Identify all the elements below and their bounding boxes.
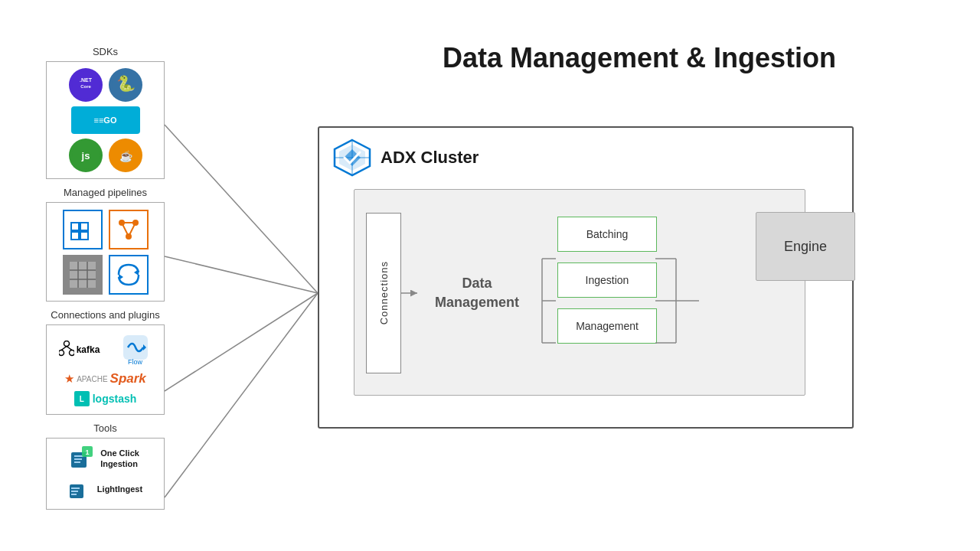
dm-text: Data Management [435,274,519,312]
one-click-tool: 1 One ClickIngestion [71,446,139,471]
svg-line-45 [165,293,318,391]
pipeline-icon-2 [109,210,149,249]
svg-text:🐍: 🐍 [116,74,135,93]
spark-row: ★ APACHE Spark [64,371,146,386]
one-click-text: One ClickIngestion [100,448,139,470]
svg-rect-40 [71,487,80,489]
svg-rect-36 [74,461,80,463]
ingestion-box: Ingestion [557,262,657,298]
connections-vertical-text: Connections [378,261,390,324]
flow-icon: Flow [113,333,158,367]
svg-line-43 [165,125,318,293]
svg-rect-11 [71,232,79,240]
svg-line-44 [165,256,318,293]
pipeline-row-1 [63,210,149,249]
sdks-label: SDKs [93,46,118,57]
svg-point-26 [64,341,69,347]
left-column: SDKs .NET Core 🐍 [46,46,165,517]
svg-rect-9 [71,223,79,230]
svg-line-30 [67,347,72,350]
svg-rect-10 [80,223,88,230]
svg-text:js: js [80,150,90,161]
svg-text:1: 1 [86,448,90,456]
svg-rect-12 [80,232,88,240]
management-box: Management [557,308,657,344]
sdks-box: .NET Core 🐍 ≡≡GO [46,61,165,179]
kafka-icon: kafka [53,333,106,367]
svg-marker-24 [134,269,139,276]
engine-box: Engine [756,212,855,281]
sdk-row-1: .NET Core 🐍 [69,68,142,102]
svg-text:Core: Core [80,84,91,89]
svg-rect-35 [74,458,82,460]
one-click-icon: 1 [71,446,96,471]
logstash-text: logstash [93,393,137,405]
page-title: Data Management & Ingestion [329,42,949,74]
logstash-icon-box: L [74,391,90,406]
connections-plugins-box: kafka Flow ★ APACHE Spark [46,324,165,415]
svg-line-29 [61,347,67,350]
connections-group: Connections and plugins kafka [46,309,165,415]
svg-line-18 [129,223,136,236]
managed-pipelines-label: Managed pipelines [64,187,147,198]
process-boxes: Batching Ingestion Management [557,217,657,344]
svg-line-46 [165,293,318,497]
adx-logo [333,139,371,177]
svg-text:☕: ☕ [119,150,132,163]
tools-label: Tools [93,422,116,434]
logstash-row: L logstash [74,391,137,406]
adx-header: ADX Cluster [319,128,852,183]
dm-label-area: Data Management [412,213,542,373]
dotnet-icon: .NET Core [69,68,103,102]
managed-pipelines-box [46,202,165,302]
sdk-row-go: ≡≡GO [71,106,140,134]
svg-point-28 [69,350,74,356]
go-icon: ≡≡GO [71,106,140,134]
tools-box: 1 One ClickIngestion LightIngest [46,438,165,510]
svg-point-27 [59,350,64,356]
pipeline-row-2 [63,255,149,295]
pipeline-icon-3 [63,255,103,295]
batching-box: Batching [557,217,657,252]
lightingest-tool: LightIngest [68,477,142,501]
lightingest-text: LightIngest [97,484,142,494]
svg-rect-42 [71,494,77,495]
svg-rect-19 [70,262,96,288]
pipeline-icon-4 [109,255,149,295]
managed-pipelines-group: Managed pipelines [46,187,165,302]
nodejs-icon: js [69,139,103,172]
lightingest-icon [68,477,93,501]
java-icon: ☕ [109,139,142,172]
data-management-inner-box: Connections Data Management Batching Ing… [354,189,805,396]
python-icon: 🐍 [109,68,142,102]
adx-title: ADX Cluster [381,148,479,168]
svg-rect-41 [71,491,78,492]
svg-text:.NET: .NET [80,77,93,83]
svg-marker-25 [119,274,123,280]
connections-label: Connections and plugins [51,309,159,321]
connections-vertical-box: Connections [366,213,401,373]
pipeline-icon-1 [63,210,103,249]
tools-group: Tools 1 One ClickIngestion [46,422,165,510]
adx-cluster-box: ADX Cluster Connections Data Management … [318,126,854,429]
sdk-row-2: js ☕ [69,139,142,172]
sdks-group: SDKs .NET Core 🐍 [46,46,165,179]
svg-line-17 [122,223,129,236]
kafka-flow-row: kafka Flow [53,333,158,367]
